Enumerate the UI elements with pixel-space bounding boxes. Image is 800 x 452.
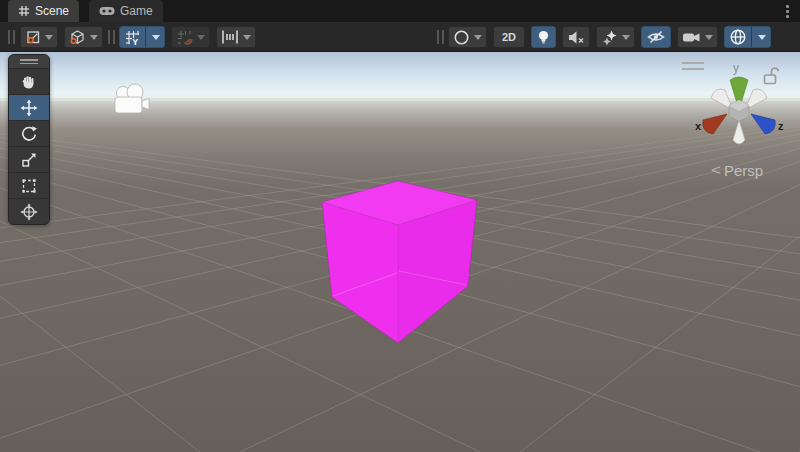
window-menu-kebab-icon[interactable] (780, 3, 794, 19)
dropdown-arrow-icon (243, 35, 251, 40)
scale-icon (20, 151, 38, 169)
scene-visibility-button[interactable] (641, 26, 671, 48)
tool-settings-group (20, 26, 103, 48)
effects-stars-icon (601, 29, 618, 46)
video-camera-icon (682, 30, 701, 45)
axis-z-cone[interactable] (751, 114, 775, 134)
axis-x-cone[interactable] (703, 114, 727, 134)
gizmo-center-cube[interactable] (729, 100, 749, 122)
magnet-grid-icon (176, 29, 193, 46)
gizmo-sphere-icon (729, 28, 747, 46)
tool-settings-button[interactable] (20, 26, 58, 48)
scene-3d-canvas[interactable] (0, 52, 800, 452)
tab-scene[interactable]: Scene (8, 0, 79, 22)
projection-label: Persp (724, 162, 763, 179)
grid-visibility-button[interactable]: Y (119, 26, 165, 48)
move-icon (20, 99, 38, 117)
cube-gizmo-icon (69, 29, 86, 46)
dropdown-arrow-icon (45, 35, 53, 40)
rotate-tool-button[interactable] (9, 120, 49, 146)
scene-viewport[interactable]: y x z < Persp (0, 52, 800, 452)
camera-settings-button[interactable] (677, 26, 718, 48)
scale-tool-button[interactable] (9, 146, 49, 172)
dropdown-arrow-icon (622, 35, 630, 40)
2d-label: 2D (498, 31, 520, 43)
view-hand-tool-button[interactable] (9, 68, 49, 94)
hand-icon (20, 73, 38, 91)
dropdown-arrow-icon (705, 35, 713, 40)
dropdown-arrow-icon (474, 35, 482, 40)
axis-z-label: z (778, 120, 784, 132)
snap-increment-button[interactable] (216, 26, 256, 48)
tool-settings-icon (25, 29, 41, 45)
ruler-icon (221, 29, 239, 45)
tools-drag-handle[interactable] (9, 55, 49, 68)
dropdown-arrow-icon (197, 35, 205, 40)
snap-button[interactable] (171, 26, 210, 48)
dropdown-arrow-icon[interactable] (152, 35, 160, 40)
scene-audio-button[interactable] (562, 26, 590, 48)
2d-toggle-button[interactable]: 2D (493, 26, 525, 48)
transform-tool-button[interactable] (9, 198, 49, 224)
draw-mode-button[interactable] (448, 26, 487, 48)
tab-scene-label: Scene (35, 4, 69, 18)
rect-tool-button[interactable] (9, 172, 49, 198)
overlay-drag-handle[interactable] (437, 30, 444, 44)
axis-x-label: x (695, 120, 702, 132)
tab-game[interactable]: Game (89, 0, 163, 22)
scene-lighting-button[interactable] (531, 26, 556, 48)
grid-icon: Y (124, 29, 141, 46)
view-options-group: 2D (448, 26, 771, 48)
move-tool-button[interactable] (9, 94, 49, 120)
grid-axis-label: Y (132, 37, 138, 46)
projection-toggle[interactable]: < Persp (694, 160, 780, 180)
axis-y-label: y (733, 61, 739, 75)
dropdown-arrow-icon[interactable] (758, 35, 766, 40)
overlay-drag-handle[interactable] (108, 30, 115, 44)
shaded-sphere-icon (453, 29, 470, 46)
tab-bar: Scene Game (0, 0, 800, 22)
scene-toolbar: Y (0, 22, 800, 52)
grid-snap-group: Y (119, 26, 256, 48)
overlay-drag-handle[interactable] (8, 30, 15, 44)
gizmos-cube-button[interactable] (64, 26, 103, 48)
audio-muted-icon (567, 30, 585, 45)
gizmos-button[interactable] (724, 26, 771, 48)
rotate-icon (20, 125, 38, 143)
unity-scene-view-window: Scene Game (0, 0, 800, 452)
dropdown-arrow-icon (90, 35, 98, 40)
orientation-gizmo[interactable]: y x z (687, 58, 791, 158)
rect-icon (20, 177, 38, 195)
light-bulb-icon (536, 29, 551, 46)
gamepad-icon (99, 6, 115, 16)
tools-overlay (8, 54, 50, 225)
chevron-left-icon: < (711, 161, 721, 179)
eye-slash-icon (646, 29, 666, 45)
tab-game-label: Game (120, 4, 153, 18)
scene-grid-icon (18, 5, 30, 17)
effects-button[interactable] (596, 26, 635, 48)
transform-icon (20, 203, 38, 221)
